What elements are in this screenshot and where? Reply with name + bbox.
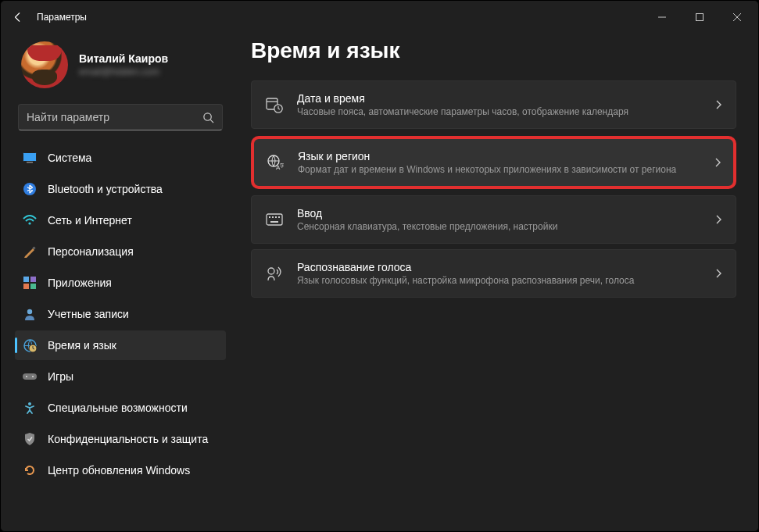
card-title: Дата и время [297, 92, 701, 105]
content: Виталий Каиров email@hidden.com Система … [1, 34, 758, 531]
svg-point-34 [268, 268, 274, 274]
card-title: Ввод [297, 207, 701, 220]
svg-rect-1 [696, 14, 704, 21]
svg-rect-6 [23, 153, 37, 162]
language-region-icon: A字 [267, 154, 284, 171]
svg-rect-30 [272, 216, 274, 218]
card-desc: Язык голосовых функций, настройка микроф… [297, 275, 701, 286]
svg-text:字: 字 [280, 162, 284, 168]
sidebar-item-accessibility[interactable]: Специальные возможности [15, 393, 226, 423]
cards: Дата и время Часовые пояса, автоматическ… [251, 80, 736, 300]
card-desc: Формат дат и времени в Windows и некотор… [298, 164, 700, 175]
card-text: Распознавание голоса Язык голосовых функ… [297, 261, 701, 286]
svg-rect-7 [27, 162, 33, 163]
sidebar-item-update[interactable]: Центр обновления Windows [15, 455, 226, 485]
svg-rect-31 [275, 216, 277, 218]
svg-rect-13 [23, 284, 29, 289]
maximize-icon [696, 13, 704, 21]
sidebar-item-label: Игры [48, 370, 73, 383]
search-box[interactable] [18, 104, 223, 130]
profile[interactable]: Виталий Каиров email@hidden.com [15, 34, 226, 104]
arrow-left-icon [13, 12, 23, 23]
svg-rect-12 [30, 277, 36, 282]
search-input[interactable] [27, 111, 202, 123]
svg-rect-28 [267, 214, 282, 225]
sidebar-item-privacy[interactable]: Конфиденциальность и защита [15, 424, 226, 454]
sidebar-item-label: Учетные записи [48, 308, 129, 320]
card-title: Язык и регион [298, 150, 700, 162]
window-controls [644, 5, 755, 30]
chevron-right-icon [715, 215, 721, 224]
sidebar-item-label: Сеть и Интернет [48, 214, 132, 227]
accessibility-icon [23, 401, 37, 415]
card-desc: Сенсорная клавиатура, текстовые предложе… [297, 221, 701, 232]
main: Время и язык Дата и время Часовые пояса,… [235, 34, 758, 531]
sidebar-item-label: Специальные возможности [48, 402, 188, 414]
svg-rect-33 [270, 221, 278, 223]
svg-point-9 [28, 222, 30, 224]
svg-rect-11 [23, 277, 29, 282]
nav: Система Bluetooth и устройства Сеть и Ин… [15, 143, 226, 485]
bluetooth-icon [23, 182, 37, 196]
svg-point-20 [32, 376, 34, 377]
keyboard-icon [266, 211, 283, 228]
card-title: Распознавание голоса [297, 261, 701, 273]
avatar [21, 41, 68, 88]
sidebar-item-bluetooth[interactable]: Bluetooth и устройства [15, 174, 226, 204]
card-language-region[interactable]: A字 Язык и регион Формат дат и времени в … [251, 136, 736, 189]
chevron-right-icon [715, 100, 721, 109]
sidebar-item-accounts[interactable]: Учетные записи [15, 299, 226, 329]
maximize-button[interactable] [682, 5, 718, 30]
card-text: Ввод Сенсорная клавиатура, текстовые пре… [297, 207, 701, 232]
close-icon [733, 13, 741, 21]
svg-rect-29 [269, 216, 270, 218]
sidebar-item-apps[interactable]: Приложения [15, 268, 226, 298]
gaming-icon [23, 370, 37, 384]
card-text: Язык и регион Формат дат и времени в Win… [298, 150, 700, 175]
svg-rect-14 [30, 284, 36, 289]
card-date-time[interactable]: Дата и время Часовые пояса, автоматическ… [251, 80, 736, 129]
sidebar-item-label: Центр обновления Windows [48, 464, 190, 477]
sidebar-item-label: Система [48, 152, 91, 164]
back-button[interactable] [4, 3, 32, 31]
date-time-icon [266, 96, 283, 113]
sidebar-item-label: Приложения [48, 277, 112, 289]
sidebar-item-label: Конфиденциальность и защита [48, 433, 208, 445]
svg-rect-18 [23, 373, 37, 380]
svg-point-4 [204, 112, 211, 120]
system-icon [23, 151, 37, 165]
time-language-icon [23, 338, 37, 352]
profile-info: Виталий Каиров email@hidden.com [79, 52, 168, 77]
minimize-button[interactable] [644, 5, 680, 30]
sidebar-item-personalization[interactable]: Персонализация [15, 237, 226, 266]
page-title: Время и язык [251, 38, 736, 63]
sidebar-item-gaming[interactable]: Игры [15, 362, 226, 391]
svg-point-21 [28, 402, 31, 405]
speech-icon [266, 265, 283, 282]
titlebar: Параметры [1, 1, 758, 34]
sidebar-item-network[interactable]: Сеть и Интернет [15, 205, 226, 235]
svg-rect-32 [278, 216, 280, 218]
svg-point-15 [27, 309, 32, 314]
network-icon [23, 213, 37, 227]
card-speech[interactable]: Распознавание голоса Язык голосовых функ… [251, 249, 736, 298]
sidebar-item-label: Время и язык [48, 339, 116, 352]
chevron-right-icon [714, 158, 721, 167]
sidebar-item-time-language[interactable]: Время и язык [15, 330, 226, 360]
personalization-icon [23, 245, 37, 259]
profile-email: email@hidden.com [79, 66, 168, 77]
card-text: Дата и время Часовые пояса, автоматическ… [297, 92, 701, 117]
profile-name: Виталий Каиров [79, 52, 168, 65]
sidebar-item-system[interactable]: Система [15, 143, 226, 173]
apps-icon [23, 276, 37, 290]
close-button[interactable] [719, 5, 755, 30]
sidebar: Виталий Каиров email@hidden.com Система … [1, 34, 235, 531]
card-desc: Часовые пояса, автоматические параметры … [297, 106, 701, 117]
sidebar-item-label: Персонализация [48, 245, 134, 258]
update-icon [23, 463, 37, 477]
card-typing[interactable]: Ввод Сенсорная клавиатура, текстовые пре… [251, 195, 736, 244]
accounts-icon [23, 307, 37, 321]
privacy-icon [23, 432, 37, 446]
svg-line-5 [210, 120, 213, 123]
window-title: Параметры [37, 12, 644, 23]
